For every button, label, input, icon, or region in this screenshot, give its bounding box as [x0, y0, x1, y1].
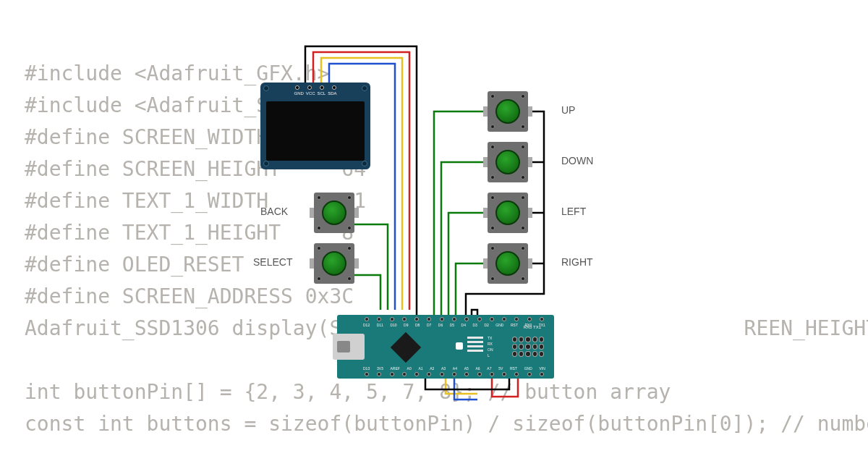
nano-proto-grid — [512, 337, 544, 357]
wiring-diagram: GND VCC SCL SDA BACK SELECT UP DOWN LEFT — [260, 36, 608, 413]
button-up[interactable] — [488, 91, 528, 132]
button-right[interactable] — [488, 243, 528, 284]
button-select[interactable] — [314, 243, 354, 284]
oled-screen — [266, 101, 365, 161]
label-back: BACK — [260, 206, 288, 217]
nano-pin-row-top — [365, 317, 544, 321]
label-select: SELECT — [253, 256, 292, 268]
nano-solder-pads — [467, 337, 483, 357]
oled-pin-label: SCL — [318, 91, 326, 96]
button-left[interactable] — [488, 193, 528, 233]
oled-pin-label: VCC — [306, 91, 315, 96]
oled-pin-label: SDA — [328, 91, 336, 96]
button-back[interactable] — [314, 193, 354, 233]
nano-led-labels: TX RX ON L — [488, 335, 493, 358]
label-down: DOWN — [561, 155, 593, 166]
arduino-nano: TX RX ON L RX0 TX1 D12D11D10D9D8D7D6D5D4… — [337, 315, 554, 379]
nano-usb-port — [333, 334, 365, 360]
nano-led — [456, 342, 463, 350]
label-right: RIGHT — [561, 256, 593, 268]
oled-module: GND VCC SCL SDA — [260, 83, 370, 169]
nano-pin-labels-bottom: D133V3AREFA0A1A2A3A4A5A6A75VRSTGNDVIN — [363, 366, 545, 371]
nano-pin-row-bottom — [365, 372, 544, 376]
nano-pin-labels-top: D12D11D10D9D8D7D6D5D4D3D2GNDRSTRX0TX1 — [363, 323, 545, 327]
oled-pin-label: GND — [294, 91, 303, 96]
label-up: UP — [561, 104, 575, 116]
button-down[interactable] — [488, 142, 528, 182]
label-left: LEFT — [561, 206, 586, 217]
nano-mcu-chip — [391, 332, 421, 363]
